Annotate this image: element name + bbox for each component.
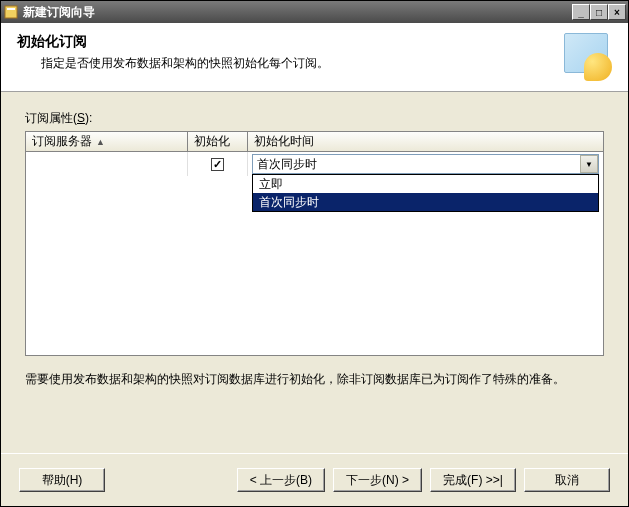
- window-controls: _ □ ×: [572, 4, 626, 20]
- close-button[interactable]: ×: [608, 4, 626, 20]
- column-header-init[interactable]: 初始化: [188, 132, 248, 151]
- dropdown-selected-text: 首次同步时: [253, 156, 580, 173]
- window-title: 新建订阅向导: [23, 4, 572, 21]
- dropdown-option-firstsync[interactable]: 首次同步时: [253, 193, 598, 211]
- note-text: 需要使用发布数据和架构的快照对订阅数据库进行初始化，除非订阅数据库已为订阅作了特…: [25, 370, 604, 388]
- cell-time[interactable]: 首次同步时 ▼ 立即 首次同步时: [248, 152, 603, 176]
- content-area: 订阅属性(S): 订阅服务器 ▲ 初始化 初始化时间 ✓: [1, 92, 628, 453]
- column-header-server[interactable]: 订阅服务器 ▲: [26, 132, 188, 151]
- title-bar: 新建订阅向导 _ □ ×: [1, 1, 628, 23]
- minimize-button[interactable]: _: [572, 4, 590, 20]
- subscription-properties-label: 订阅属性(S):: [25, 110, 604, 127]
- cancel-button[interactable]: 取消: [524, 468, 610, 492]
- table-row: ✓ 首次同步时 ▼ 立即 首次同步时: [26, 152, 603, 176]
- finish-button[interactable]: 完成(F) >>|: [430, 468, 516, 492]
- column-header-time[interactable]: 初始化时间: [248, 132, 603, 151]
- cell-server[interactable]: [26, 152, 188, 176]
- svg-rect-0: [5, 6, 17, 18]
- sort-indicator-icon: ▲: [96, 137, 105, 147]
- wizard-window: 新建订阅向导 _ □ × 初始化订阅 指定是否使用发布数据和架构的快照初始化每个…: [0, 0, 629, 507]
- help-button[interactable]: 帮助(H): [19, 468, 105, 492]
- dropdown-button-icon[interactable]: ▼: [580, 155, 598, 173]
- next-button[interactable]: 下一步(N) >: [333, 468, 422, 492]
- wizard-header: 初始化订阅 指定是否使用发布数据和架构的快照初始化每个订阅。: [1, 23, 628, 92]
- table-header: 订阅服务器 ▲ 初始化 初始化时间: [26, 132, 603, 152]
- page-title: 初始化订阅: [17, 33, 564, 51]
- svg-rect-1: [7, 8, 15, 10]
- dropdown-list: 立即 首次同步时: [252, 174, 599, 212]
- subscription-table: 订阅服务器 ▲ 初始化 初始化时间 ✓ 首次同步时 ▼: [25, 131, 604, 356]
- cell-init[interactable]: ✓: [188, 152, 248, 176]
- init-time-dropdown[interactable]: 首次同步时 ▼ 立即 首次同步时: [252, 154, 599, 174]
- wizard-icon: [564, 33, 612, 81]
- back-button[interactable]: < 上一步(B): [237, 468, 325, 492]
- dropdown-option-immediate[interactable]: 立即: [253, 175, 598, 193]
- button-bar: 帮助(H) < 上一步(B) 下一步(N) > 完成(F) >>| 取消: [1, 454, 628, 506]
- page-subtitle: 指定是否使用发布数据和架构的快照初始化每个订阅。: [17, 55, 564, 72]
- initialize-checkbox[interactable]: ✓: [211, 158, 224, 171]
- window-icon: [3, 4, 19, 20]
- maximize-button[interactable]: □: [590, 4, 608, 20]
